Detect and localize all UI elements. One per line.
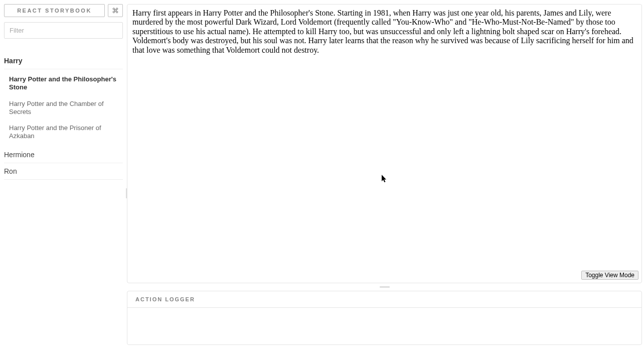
sidebar: REACT STORYBOOK ⌘ Harry Harry Potter and… <box>0 0 127 347</box>
story-item[interactable]: Harry Potter and the Philosopher's Stone <box>9 71 123 96</box>
shortcuts-button[interactable]: ⌘ <box>108 4 123 17</box>
filter-input[interactable] <box>4 22 123 39</box>
story-list-harry: Harry Potter and the Philosopher's Stone… <box>4 69 123 147</box>
sidebar-group-hermione[interactable]: Hermione <box>4 147 123 163</box>
logo-button[interactable]: REACT STORYBOOK <box>4 4 105 17</box>
story-item[interactable]: Harry Potter and the Prisoner of Azkaban <box>9 120 123 145</box>
action-logger-header: ACTION LOGGER <box>127 291 641 308</box>
main-area: Harry first appears in Harry Potter and … <box>127 0 644 347</box>
action-logger-panel: ACTION LOGGER <box>127 291 642 345</box>
preview-body: Harry first appears in Harry Potter and … <box>127 5 641 59</box>
toggle-view-mode-button[interactable]: Toggle View Mode <box>581 271 638 280</box>
preview-panel: Harry first appears in Harry Potter and … <box>127 4 642 283</box>
horizontal-resize-handle[interactable] <box>127 285 642 289</box>
sidebar-group-harry[interactable]: Harry <box>4 53 123 69</box>
sidebar-group-ron[interactable]: Ron <box>4 163 123 180</box>
story-item[interactable]: Harry Potter and the Chamber of Secrets <box>9 96 123 121</box>
